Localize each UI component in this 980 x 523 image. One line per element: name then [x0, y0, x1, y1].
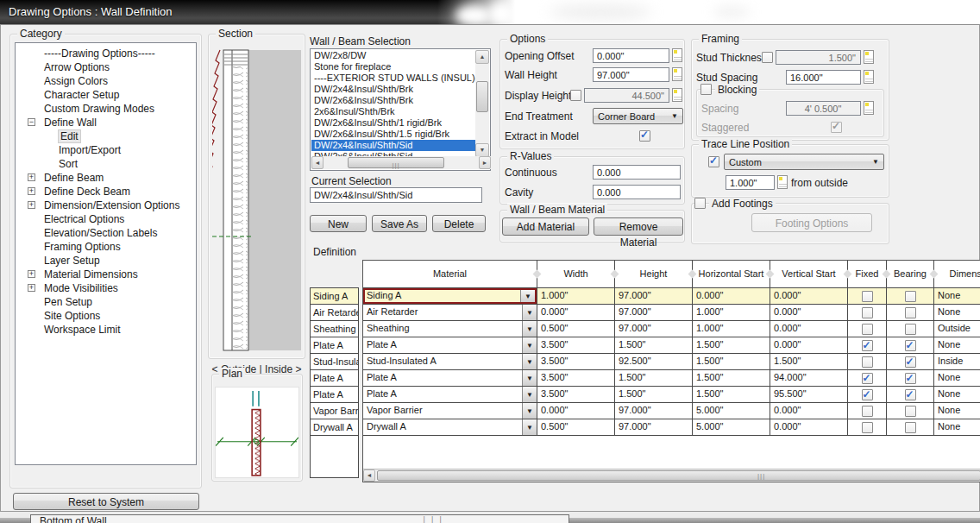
- horizontal-start-cell[interactable]: 5.000": [693, 419, 770, 435]
- definition-hscrollbar[interactable]: ◄ |||: [363, 469, 980, 482]
- column-header-height[interactable]: Height: [615, 261, 693, 287]
- height-cell[interactable]: 97.000": [615, 403, 693, 419]
- list-item-2x6-insul-shth-brk[interactable]: 2x6&Insul/Shth/Brk: [311, 106, 476, 117]
- row-header-vapor-barrier[interactable]: Vapor Barrier: [310, 402, 359, 419]
- fixed-checkbox[interactable]: [862, 324, 873, 335]
- bearing-checkbox[interactable]: [905, 373, 916, 384]
- dimension-cell[interactable]: None: [934, 305, 980, 320]
- add-footings-checkbox[interactable]: [694, 198, 706, 209]
- trace-offset-field[interactable]: 1.000": [726, 175, 775, 190]
- material-cell[interactable]: Stud-Insulated A▼: [363, 354, 537, 369]
- tree-item-sort[interactable]: Sort: [16, 157, 196, 171]
- vertical-start-cell[interactable]: 0.000": [770, 321, 848, 337]
- bearing-checkbox[interactable]: [905, 406, 916, 417]
- display-height-checkbox[interactable]: [570, 90, 581, 101]
- add-material-button[interactable]: Add Material: [502, 217, 589, 236]
- trace-line-checkbox[interactable]: [708, 156, 719, 167]
- dimension-cell[interactable]: Inside: [934, 354, 980, 369]
- new-button[interactable]: New: [310, 215, 367, 232]
- horizontal-start-cell[interactable]: 1.500": [693, 337, 770, 353]
- material-dropdown-icon[interactable]: ▼: [522, 419, 537, 435]
- material-cell[interactable]: Vapor Barrier▼: [363, 403, 537, 419]
- expand-plus-icon[interactable]: +: [28, 187, 35, 195]
- horizontal-start-cell[interactable]: 1.500": [693, 387, 770, 402]
- height-cell[interactable]: 1.500": [615, 387, 693, 402]
- row-header-air-retarder[interactable]: Air Retarder: [310, 304, 359, 321]
- scroll-up-icon[interactable]: ▲: [475, 50, 489, 64]
- height-cell[interactable]: 97.000": [615, 288, 693, 304]
- width-cell[interactable]: 3.500": [537, 354, 615, 369]
- material-dropdown-icon[interactable]: ▼: [522, 305, 537, 320]
- stud-spacing-field[interactable]: 16.000": [786, 70, 861, 85]
- end-treatment-combobox[interactable]: Corner Board ▼: [593, 108, 683, 124]
- column-header-horizontal-start[interactable]: Horizontal Start: [693, 261, 770, 287]
- list-item-dw-2x8-dw[interactable]: DW/2x8/DW: [311, 50, 476, 61]
- list-item-exterior-stud-walls-insul[interactable]: ----EXTERIOR STUD WALLS (INSUL)-: [311, 72, 476, 84]
- material-dropdown-icon[interactable]: ▼: [522, 403, 537, 419]
- stud-thickness-checkbox[interactable]: [762, 52, 773, 63]
- tree-item-arrow-options[interactable]: Arrow Options: [16, 60, 196, 74]
- tree-item-custom-drawing-modes[interactable]: Custom Drawing Modes: [16, 102, 196, 116]
- material-dropdown-icon[interactable]: ▼: [522, 321, 537, 337]
- vertical-start-cell[interactable]: 0.000": [770, 419, 848, 435]
- tree-item-dimension-extension-options[interactable]: +Dimension/Extension Options: [16, 198, 196, 212]
- calculator-icon[interactable]: [864, 70, 874, 84]
- expand-plus-icon[interactable]: +: [28, 201, 35, 209]
- calculator-icon[interactable]: [864, 50, 874, 64]
- calculator-icon[interactable]: [672, 48, 682, 62]
- calculator-icon[interactable]: [672, 88, 682, 102]
- cavity-field[interactable]: 0.000: [593, 185, 681, 199]
- expand-plus-icon[interactable]: +: [28, 270, 35, 278]
- material-dropdown-icon[interactable]: ▼: [522, 370, 537, 386]
- list-item-dw-2x6-insul-shth-brk[interactable]: DW/2x6&Insul/Shth/Brk: [311, 95, 476, 106]
- tree-item-define-wall[interactable]: −Define Wall: [16, 116, 196, 129]
- list-item-dw-2x4-insul-shth-brk[interactable]: DW/2x4&Insul/Shth/Brk: [311, 84, 476, 95]
- material-dropdown-icon[interactable]: ▼: [522, 354, 537, 369]
- vertical-start-cell[interactable]: 94.000": [770, 370, 848, 386]
- fixed-checkbox[interactable]: [862, 373, 873, 384]
- wall-height-field[interactable]: 97.000": [593, 67, 669, 82]
- tree-item-assign-colors[interactable]: Assign Colors: [16, 74, 196, 88]
- tree-item-framing-options[interactable]: Framing Options: [16, 240, 196, 254]
- tree-item-import-export[interactable]: Import/Export: [16, 143, 196, 157]
- material-cell[interactable]: Plate A▼: [363, 387, 537, 402]
- vertical-start-cell[interactable]: 0.000": [770, 337, 848, 353]
- row-header-sheathing[interactable]: Sheathing: [310, 320, 359, 337]
- trace-line-mode-combobox[interactable]: Custom ▼: [724, 154, 884, 170]
- list-item-stone-for-fireplace[interactable]: Stone for fireplace: [311, 61, 476, 72]
- height-cell[interactable]: 92.500": [615, 354, 693, 369]
- column-header-bearing[interactable]: Bearing: [887, 261, 934, 287]
- row-header-plate-a[interactable]: Plate A: [310, 337, 359, 354]
- expand-plus-icon[interactable]: +: [28, 284, 35, 292]
- fixed-checkbox[interactable]: [862, 307, 873, 318]
- row-header-siding-a[interactable]: Siding A: [310, 287, 359, 305]
- width-cell[interactable]: 1.000": [537, 288, 615, 304]
- collapse-minus-icon[interactable]: −: [28, 118, 35, 126]
- width-cell[interactable]: 3.500": [537, 337, 615, 353]
- expand-plus-icon[interactable]: +: [28, 173, 35, 181]
- bearing-checkbox[interactable]: [905, 340, 916, 351]
- tree-item-pen-setup[interactable]: Pen Setup: [16, 295, 196, 309]
- material-dropdown-icon[interactable]: ▼: [522, 387, 537, 402]
- wall-list-hscrollbar[interactable]: ◄ ||| ►: [311, 156, 491, 169]
- vertical-start-cell[interactable]: 95.500": [770, 387, 848, 402]
- horizontal-start-cell[interactable]: 5.000": [693, 403, 770, 419]
- horizontal-start-cell[interactable]: 1.500": [693, 354, 770, 369]
- material-cell[interactable]: Plate A▼: [363, 337, 537, 353]
- vertical-start-cell[interactable]: 0.000": [770, 288, 848, 304]
- bearing-checkbox[interactable]: [905, 389, 916, 400]
- height-cell[interactable]: 97.000": [615, 321, 693, 337]
- calculator-icon[interactable]: [777, 175, 788, 189]
- blocking-checkbox[interactable]: [700, 84, 712, 95]
- row-header-drywall-a[interactable]: Drywall A: [310, 419, 359, 436]
- vertical-start-cell[interactable]: 0.000": [770, 403, 848, 419]
- continuous-field[interactable]: 0.000: [593, 165, 681, 180]
- tree-item-elevation-section-labels[interactable]: Elevation/Section Labels: [16, 226, 196, 240]
- column-header-fixed[interactable]: Fixed: [848, 261, 887, 287]
- width-cell[interactable]: 0.500": [537, 419, 615, 435]
- tree-item-electrical-options[interactable]: Electrical Options: [16, 212, 196, 226]
- vertical-start-cell[interactable]: 0.000": [770, 305, 848, 320]
- height-cell[interactable]: 97.000": [615, 419, 693, 435]
- tree-item-mode-visibilities[interactable]: +Mode Visibilities: [16, 281, 196, 295]
- list-item-dw-2x6-insul-shth-1-rigid-brk[interactable]: DW/2x6&Insul/Shth/1 rigid/Brk: [311, 117, 476, 129]
